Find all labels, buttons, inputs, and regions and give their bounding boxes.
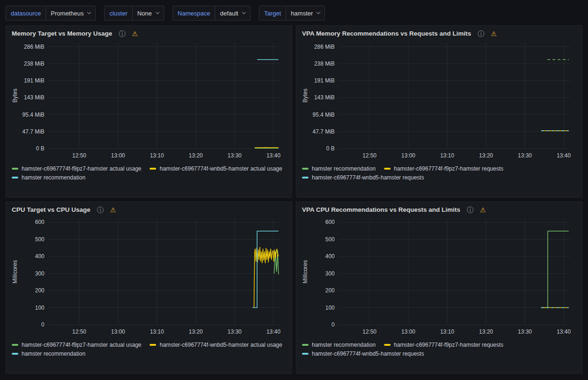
svg-text:Bytes: Bytes [12,89,18,103]
svg-text:100: 100 [35,305,45,311]
legend-label: hamster-c6967774f-wnbd5-hamster actual u… [159,342,282,348]
chevron-down-icon [156,10,159,14]
svg-text:13:30: 13:30 [227,328,241,335]
legend-label: hamster-c6967774f-wnbd5-hamster requests [312,174,424,181]
panel-header[interactable]: CPU Target vs CPU Usage ⓘ ⚠ [6,202,292,215]
vpa-memory-chart[interactable]: 12:5013:0013:1013:2013:3013:400 B47.7 Mi… [301,39,577,163]
variable-value-dropdown[interactable]: Prometheus [45,6,96,21]
info-icon[interactable]: ⓘ [467,207,474,213]
legend: hamster recommendationhamster-c6967774f-… [296,339,582,361]
panel-header[interactable]: VPA Memory Recommendations vs Requests a… [296,26,582,39]
dashboard-toolbar: datasource Prometheus cluster None Names… [0,0,588,23]
chevron-down-icon [87,10,91,14]
svg-text:13:10: 13:10 [150,152,164,159]
legend-item[interactable]: hamster recommendation [12,174,85,181]
legend-label: hamster-c6967774f-f9pz7-hamster requests [394,165,503,172]
info-icon[interactable]: ⓘ [97,207,104,213]
variable-datasource: datasource Prometheus [6,6,96,21]
svg-text:0: 0 [41,321,45,328]
legend-label: hamster-c6967774f-wnbd5-hamster requests [312,350,424,357]
legend-color-swatch [12,344,18,346]
legend-color-swatch [302,168,309,170]
svg-text:0 B: 0 B [326,145,335,152]
svg-text:13:40: 13:40 [557,152,571,159]
svg-text:286 MiB: 286 MiB [314,44,335,50]
panel-header[interactable]: VPA CPU Recommendations vs Requests and … [296,202,582,215]
svg-text:13:20: 13:20 [479,328,493,335]
svg-text:191 MiB: 191 MiB [314,77,335,84]
legend-label: hamster recommendation [312,165,376,172]
legend-color-swatch [12,177,18,179]
panel-vpa-memory-recommendations: VPA Memory Recommendations vs Requests a… [296,25,582,198]
info-icon[interactable]: ⓘ [119,30,125,37]
svg-text:12:50: 12:50 [72,152,86,159]
svg-text:238 MiB: 238 MiB [24,60,45,67]
memory-usage-chart[interactable]: 12:5013:0013:1013:2013:3013:400 B47.7 Mi… [11,39,287,163]
svg-text:200: 200 [325,287,335,294]
legend-label: hamster recommendation [22,350,85,357]
svg-text:13:20: 13:20 [189,152,203,159]
variable-value-text: None [137,10,152,17]
svg-text:143 MiB: 143 MiB [24,94,45,101]
legend-item[interactable]: hamster recommendation [12,350,85,357]
legend-color-swatch [384,168,391,170]
svg-text:143 MiB: 143 MiB [314,94,335,101]
warning-icon[interactable]: ⚠ [491,30,497,37]
svg-text:13:10: 13:10 [440,328,454,335]
svg-text:600: 600 [35,219,45,225]
variable-value-dropdown[interactable]: hamster [286,6,325,21]
cpu-usage-chart[interactable]: 12:5013:0013:1013:2013:3013:400100200300… [11,215,287,339]
variable-namespace: Namespace default [173,6,250,21]
legend-item[interactable]: hamster-c6967774f-f9pz7-hamster actual u… [12,342,141,348]
svg-text:95.4 MiB: 95.4 MiB [23,112,45,118]
panel-cpu-target-vs-usage: CPU Target vs CPU Usage ⓘ ⚠ 12:5013:0013… [6,201,292,374]
svg-text:13:10: 13:10 [150,328,164,335]
warning-icon[interactable]: ⚠ [480,207,486,213]
variable-label: datasource [6,6,46,21]
svg-text:13:30: 13:30 [518,328,532,335]
legend-item[interactable]: hamster recommendation [302,165,376,172]
svg-text:200: 200 [35,287,45,294]
legend: hamster recommendationhamster-c6967774f-… [296,163,582,185]
panel-memory-target-vs-usage: Memory Target vs Memory Usage ⓘ ⚠ 12:501… [6,25,292,198]
legend-item[interactable]: hamster-c6967774f-wnbd5-hamster actual u… [150,165,282,172]
legend-color-swatch [150,344,156,346]
legend-item[interactable]: hamster recommendation [302,342,376,348]
legend-color-swatch [384,344,391,346]
legend-color-swatch [12,168,18,170]
svg-text:13:20: 13:20 [479,152,493,159]
vpa-cpu-chart[interactable]: 12:5013:0013:1013:2013:3013:400100200300… [301,215,577,339]
chevron-down-icon [317,10,320,14]
legend-color-swatch [302,353,309,355]
svg-text:286 MiB: 286 MiB [24,44,45,50]
svg-text:13:20: 13:20 [189,328,203,335]
variable-value-text: Prometheus [51,10,83,17]
chart-area: 12:5013:0013:1013:2013:3013:400100200300… [6,215,292,339]
svg-text:13:40: 13:40 [557,328,571,335]
warning-icon[interactable]: ⚠ [132,30,138,37]
svg-text:13:30: 13:30 [518,152,532,159]
legend-item[interactable]: hamster-c6967774f-wnbd5-hamster actual u… [150,342,282,348]
svg-text:12:50: 12:50 [72,328,86,335]
legend-item[interactable]: hamster-c6967774f-wnbd5-hamster requests [302,350,424,357]
svg-text:13:00: 13:00 [401,328,415,335]
legend-item[interactable]: hamster-c6967774f-f9pz7-hamster actual u… [12,165,141,172]
legend-item[interactable]: hamster-c6967774f-wnbd5-hamster requests [302,174,424,181]
variable-value-dropdown[interactable]: None [132,6,164,21]
panel-header[interactable]: Memory Target vs Memory Usage ⓘ ⚠ [6,26,292,39]
svg-text:47.7 MiB: 47.7 MiB [313,128,335,135]
variable-value-dropdown[interactable]: default [215,6,250,21]
warning-icon[interactable]: ⚠ [110,207,116,213]
svg-text:300: 300 [325,270,335,277]
legend-color-swatch [302,344,309,346]
svg-text:13:00: 13:00 [111,328,125,335]
svg-text:13:10: 13:10 [440,152,454,159]
legend-item[interactable]: hamster-c6967774f-f9pz7-hamster requests [384,165,503,172]
info-icon[interactable]: ⓘ [478,30,484,37]
svg-text:500: 500 [35,236,45,243]
chart-area: 12:5013:0013:1013:2013:3013:400100200300… [296,215,582,339]
svg-text:500: 500 [325,236,335,243]
svg-text:13:30: 13:30 [227,152,241,159]
legend-item[interactable]: hamster-c6967774f-f9pz7-hamster requests [384,342,503,348]
svg-text:0 B: 0 B [36,145,45,152]
